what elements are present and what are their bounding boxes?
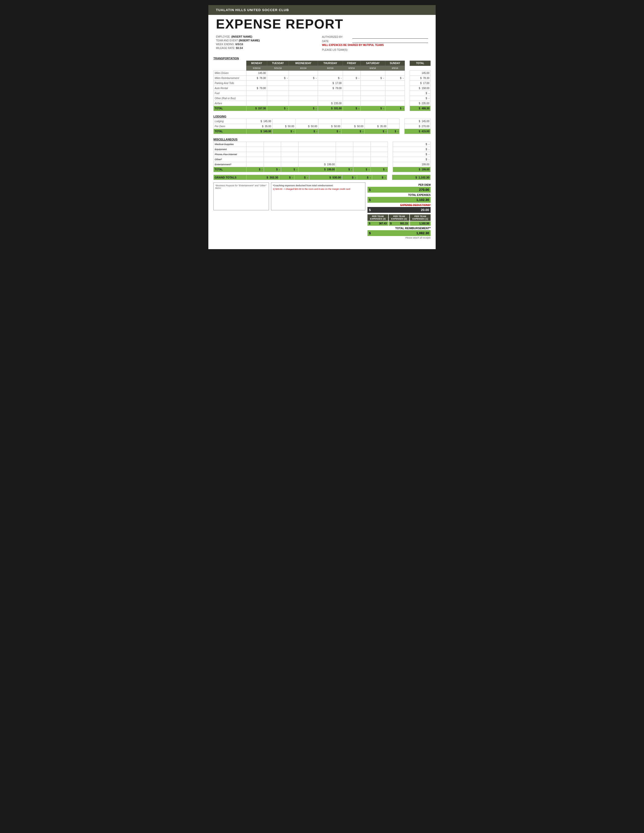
expense-deductions-row: $ 20.00 bbox=[367, 207, 431, 213]
deductions-currency: $ bbox=[369, 208, 371, 212]
notes-label: *Business Purpose for "Entertainment" an… bbox=[215, 184, 267, 189]
per-diem-currency: $ bbox=[369, 188, 371, 191]
thursday-header: THURSDAY bbox=[318, 61, 343, 66]
week-row: WEEK ENDING: 6/5/16 bbox=[216, 43, 259, 46]
authorized-row: AUTHORIZED BY: bbox=[322, 35, 428, 39]
table-row: Medical Supplies $ - bbox=[214, 142, 431, 147]
grand-total-row: GRAND TOTALS $ 302.30 $ - $ - $ 530.00 $… bbox=[214, 175, 431, 180]
fri-date: 6/3/16 bbox=[343, 66, 361, 71]
warning-text: WILL EXPENCES BE SHARED BY MUTIPUL TEAMS bbox=[322, 43, 428, 47]
attach-note: Please attach all receipts bbox=[367, 236, 431, 239]
per-team-3-label: PER TEAM EXPENSES (3) bbox=[367, 214, 388, 221]
total-reimbursement-label: TOTAL REIMBURSEMENT* bbox=[367, 227, 431, 230]
rt-currency: $ bbox=[369, 231, 371, 235]
total-expenses-label: TOTAL EXPENSES bbox=[367, 194, 431, 196]
per-team-labels-row: PER TEAM EXPENSES (3) PER TEAM EXPENSES … bbox=[367, 214, 431, 221]
meta-right: AUTHORIZED BY: DATE: WILL EXPENCES BE SH… bbox=[322, 35, 428, 53]
mon-date: 5/30/16 bbox=[246, 66, 267, 71]
right-calc: PER DIEM $ 270.00 TOTAL EXPENSES $ 1,102… bbox=[367, 182, 431, 239]
per-team-1-val-col: 1,102.30 bbox=[410, 221, 431, 226]
per-team-3-val-col: $ 367.43 bbox=[367, 221, 388, 226]
sat-date: 6/4/16 bbox=[361, 66, 385, 71]
friday-header: FRIDAY bbox=[343, 61, 361, 66]
lodging-section: LODGING Lodging $ 145.00 $ 145.00 Per Di… bbox=[208, 114, 436, 137]
transportation-table: MONDAY TUESDAY WEDNESDAY THURSDAY FRIDAY… bbox=[213, 61, 431, 111]
meta-section: EMPLOYEE: (INSERT NAME) TEAM AND EVENT (… bbox=[208, 34, 436, 56]
pt3-value: 367.43 bbox=[379, 222, 386, 225]
per-team-1-value-row: 1,102.30 bbox=[410, 221, 431, 226]
table-row: Other (Rail or Bus) $ - bbox=[214, 96, 431, 101]
per-team-2-label: PER TEAM EXPENSES (2) bbox=[389, 214, 409, 221]
table-row: Fuel $ - bbox=[214, 91, 431, 96]
sun-date: 6/5/16 bbox=[385, 66, 405, 71]
team-row: TEAM AND EVENT (INSERT NAME) bbox=[216, 39, 259, 42]
total-expenses-value: 1,102.30 bbox=[416, 198, 429, 202]
pt3-currency: $ bbox=[369, 222, 370, 225]
per-team-bottom: PER TEAM EXPENSES (3) PER TEAM EXPENSES … bbox=[367, 214, 431, 226]
per-team-1-label: PER TEAM EXPENSES (1) bbox=[410, 214, 431, 221]
miscellaneous-label: MISCELLANEOUS bbox=[213, 137, 431, 142]
coaching-note: 1) $20.00 - I charged $20.00 to the room… bbox=[273, 188, 364, 190]
per-team-2-val-col: $ 551.15 bbox=[389, 221, 409, 226]
coaching-area[interactable]: *Coaching expenses deducted from total r… bbox=[271, 182, 365, 210]
per-team-values-row: $ 367.43 $ 551.15 bbox=[367, 221, 431, 226]
bottom-flex: *Business Purpose for "Entertainment" an… bbox=[213, 182, 431, 239]
deductions-value: 20.00 bbox=[421, 208, 429, 212]
rt-value: 1,082.30 bbox=[416, 231, 429, 235]
club-name: TUALATIN HILLS UNITED SOCCER CLUB bbox=[216, 8, 289, 12]
total-reimbursement-row: $ 1,082.30 bbox=[367, 230, 431, 236]
table-row: Lodging $ 145.00 $ 145.00 bbox=[214, 119, 431, 124]
table-row: Miles Reimbursement $ 78.30 $ - $ - $ - … bbox=[214, 76, 431, 81]
per-team-2-value-row: $ 551.15 bbox=[389, 221, 409, 226]
date-row: DATE: bbox=[322, 39, 428, 43]
sunday-header: SUNDAY bbox=[385, 61, 405, 66]
mileage-row: MILEAGE RATE: $0.54 bbox=[216, 47, 259, 50]
bottom-section: *Business Purpose for "Entertainment" an… bbox=[208, 182, 436, 241]
per-diem-value-row: $ 270.00 bbox=[367, 187, 431, 193]
lodging-total-row: TOTAL $ 145.00 $ - $ - $ - $ - $ - $ - $… bbox=[214, 129, 431, 134]
employee-row: EMPLOYEE: (INSERT NAME) bbox=[216, 35, 259, 38]
notes-area[interactable]: *Business Purpose for "Entertainment" an… bbox=[213, 182, 269, 210]
authorized-field[interactable] bbox=[352, 35, 428, 39]
wednesday-header: WEDNESDAY bbox=[289, 61, 318, 66]
tue-date: 5/31/16 bbox=[267, 66, 289, 71]
table-row: Other* $ - bbox=[214, 157, 431, 162]
table-row: Auto Rental $ 79.00 $ 79.00 $ 158.00 bbox=[214, 86, 431, 91]
per-team-3-value-row: $ 367.43 bbox=[367, 221, 388, 226]
saturday-header: SATURDAY bbox=[361, 61, 385, 66]
transportation-label: TRANSPORTATION bbox=[213, 56, 431, 61]
wed-date: 6/1/16 bbox=[289, 66, 318, 71]
per-team-3-col: PER TEAM EXPENSES (3) bbox=[367, 214, 388, 221]
table-row: Equipment $ - bbox=[214, 147, 431, 152]
page: TUALATIN HILLS UNITED SOCCER CLUB EXPENS… bbox=[208, 5, 436, 249]
report-title: EXPENSE REPORT bbox=[216, 18, 428, 31]
header-bar: TUALATIN HILLS UNITED SOCCER CLUB bbox=[208, 5, 436, 15]
thu-date: 6/2/16 bbox=[318, 66, 343, 71]
team-list-row: PLEASE LIS TEAM(S): bbox=[322, 47, 428, 52]
meta-left: EMPLOYEE: (INSERT NAME) TEAM AND EVENT (… bbox=[216, 35, 259, 53]
transportation-total-row: TOTAL $ 157.30 $ - $ - $ 331.00 $ - $ - … bbox=[214, 106, 431, 111]
table-row: Per Diem $ 35.00 $ 50.00 $ 50.00 $ 50.00… bbox=[214, 124, 431, 129]
grand-totals-section: GRAND TOTALS $ 302.30 $ - $ - $ 530.00 $… bbox=[208, 175, 436, 182]
expense-deductions-label: EXPENSE DEDUCTIONS* bbox=[367, 204, 431, 206]
per-team-1-col: PER TEAM EXPENSES (1) bbox=[410, 214, 431, 221]
table-row: Phone, Fax-Internet $ - bbox=[214, 152, 431, 157]
coaching-label: *Coaching expenses deducted from total r… bbox=[273, 184, 364, 187]
date-field[interactable] bbox=[352, 39, 428, 43]
per-diem-label: PER DIEM bbox=[367, 183, 431, 186]
lodging-label: LODGING bbox=[213, 114, 431, 119]
misc-total-row: TOTAL $ - $ - $ - $ 199.00 $ - $ - $ - $… bbox=[214, 167, 431, 172]
total-header: TOTAL bbox=[410, 61, 431, 66]
total-expenses-currency: $ bbox=[369, 198, 371, 202]
tuesday-header: TUESDAY bbox=[267, 61, 289, 66]
total-expenses-row: $ 1,102.30 bbox=[367, 197, 431, 203]
table-row: Parking And Tolls $ 17.00 $ 17.00 bbox=[214, 81, 431, 86]
pt2-value: 551.15 bbox=[400, 222, 408, 225]
per-diem-value: 270.00 bbox=[419, 188, 429, 191]
per-team-2-col: PER TEAM EXPENSES (2) bbox=[389, 214, 409, 221]
miscellaneous-table: Medical Supplies $ - Equipment bbox=[213, 142, 431, 172]
miscellaneous-section: MISCELLANEOUS Medical Supplies $ - Equip… bbox=[208, 137, 436, 175]
monday-header: MONDAY bbox=[246, 61, 267, 66]
pt2-currency: $ bbox=[390, 222, 392, 225]
table-row: Miles Driven 145.00 145.00 bbox=[214, 71, 431, 76]
